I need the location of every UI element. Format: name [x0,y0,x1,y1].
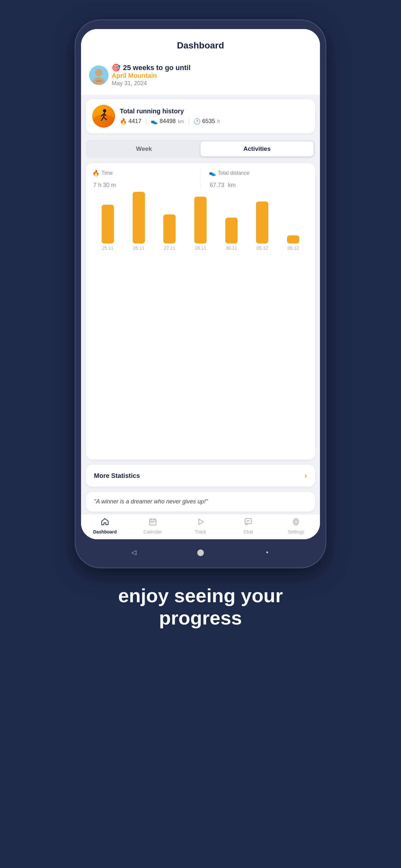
chart-bar [225,218,238,244]
nav-dashboard[interactable]: Dashboard [92,518,118,534]
runner-icon [92,105,115,128]
bar-chart: 25.1126.1127.1128.1130.1105.1206.12 [92,196,309,260]
nav-calendar[interactable]: Calendar [140,518,166,534]
chart-bar [287,236,299,244]
svg-point-3 [95,69,102,76]
bar-group: 27.11 [154,214,185,251]
quote-text: "A winner is a dreamer who never gives u… [94,498,307,505]
time-stat: 🕐 6535 h [193,118,220,125]
track-nav-icon [196,518,205,528]
time-icon: 🕐 [193,118,201,125]
runs-stat: 🔥 4417 [120,118,142,125]
tab-switcher: Week Activities [86,140,315,158]
history-info: Total running history 🔥 4417 | 👟 84498 k… [120,107,309,125]
calendar-nav-icon [149,518,157,528]
chart-bar [102,205,114,244]
distance-chart-icon: 👟 [209,169,216,177]
home-button[interactable]: ⬤ [196,547,205,557]
phone-device: Dashboard 🎯 25 we [74,20,327,568]
back-button[interactable]: ◁ [129,547,138,557]
distance-stat: 👟 84498 km [151,118,184,125]
tab-activities[interactable]: Activities [201,142,313,156]
page-title: Dashboard [91,35,310,54]
tagline-line1: enjoy seeing your [118,585,283,607]
time-chart-value: 7 h 30 m [92,178,192,189]
bar-group: 06.12 [278,236,309,251]
time-label: 🔥 Time [92,169,192,177]
chart-header-divider [201,169,201,189]
dashboard-nav-icon [101,518,109,528]
divider-1: | [145,118,147,125]
runs-icon: 🔥 [120,118,127,125]
bar-group: 26.11 [123,192,154,251]
distance-unit: km [178,119,184,124]
chart-bar [133,192,145,244]
svg-rect-20 [245,519,251,524]
bar-group: 05.12 [247,202,278,251]
screen: Dashboard 🎯 25 we [81,29,320,539]
bar-group: 28.11 [185,197,216,251]
chat-nav-label: Chat [243,529,253,534]
settings-nav-label: Settings [288,529,305,534]
time-unit: h [217,119,220,124]
more-statistics-button[interactable]: More Statistics › [86,465,315,487]
nav-chat[interactable]: Chat [235,518,261,534]
chart-bar [256,202,268,244]
bar-group: 25.11 [92,205,123,251]
chat-nav-icon [244,518,252,528]
tab-week[interactable]: Week [88,142,201,156]
goal-info: 🎯 25 weeks to go until April Mountain Ma… [112,64,312,87]
runs-value: 4417 [128,118,142,125]
history-stats: 🔥 4417 | 👟 84498 km | 🕐 6535 h [120,118,309,125]
chart-card: 🔥 Time 7 h 30 m 👟 Total distance 67.73 [86,163,315,460]
bar-label: 28.11 [195,245,206,251]
distance-chart-value: 67.73 km [209,178,309,189]
track-nav-label: Track [195,529,206,534]
svg-point-23 [295,521,297,523]
bottom-navigation: Dashboard Calendar [81,514,320,539]
goal-icon: 🎯 [112,64,120,72]
goal-weeks-text: 🎯 25 weeks to go until [112,64,312,72]
time-stat-block: 🔥 Time 7 h 30 m [92,169,192,189]
distance-value: 84498 [159,118,176,125]
chart-bar [194,197,207,244]
nav-settings[interactable]: Settings [283,518,309,534]
distance-stat-block: 👟 Total distance 67.73 km [209,169,309,189]
chart-header: 🔥 Time 7 h 30 m 👟 Total distance 67.73 [92,169,309,189]
more-statistics-label: More Statistics [94,472,140,479]
history-card: Total running history 🔥 4417 | 👟 84498 k… [86,99,315,133]
tagline-line2: progress [118,607,283,629]
goal-date: May 31, 2024 [112,80,312,87]
bar-label: 26.11 [133,245,144,251]
divider-2: | [188,118,189,125]
time-chart-icon: 🔥 [92,169,99,177]
bar-label: 05.12 [257,245,268,251]
bar-label: 25.11 [102,245,113,251]
bar-label: 30.11 [226,245,237,251]
android-navigation: ◁ ⬤ ▪ [81,542,320,562]
quote-section: "A winner is a dreamer who never gives u… [86,492,315,512]
time-value: 6535 [202,118,215,125]
bar-group: 30.11 [216,218,247,251]
chevron-right-icon: › [305,471,307,480]
recents-button[interactable]: ▪ [263,547,272,557]
bar-label: 27.11 [164,245,175,251]
tagline: enjoy seeing your progress [99,585,302,629]
svg-point-7 [103,109,106,113]
svg-marker-19 [199,519,204,525]
svg-rect-17 [151,522,152,523]
svg-rect-18 [152,522,153,523]
distance-icon: 👟 [151,118,158,125]
screen-header: Dashboard [81,29,320,59]
distance-chart-unit: km [228,182,236,188]
nav-track[interactable]: Track [188,518,213,534]
calendar-nav-label: Calendar [144,529,162,534]
chart-bar [163,214,176,244]
settings-nav-icon [292,518,300,528]
avatar [89,66,109,85]
goal-section: 🎯 25 weeks to go until April Mountain Ma… [81,59,320,95]
goal-name: April Mountain [112,72,312,80]
dashboard-nav-label: Dashboard [93,529,117,534]
bar-label: 06.12 [288,245,299,251]
history-title: Total running history [120,107,309,115]
